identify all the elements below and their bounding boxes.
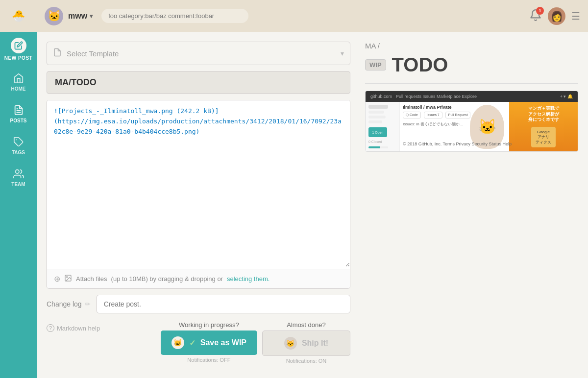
sidebar-item-label-tags: TAGS: [12, 150, 25, 155]
github-main: Ilminatoll / mwa Private ⬡ Code Issues 7…: [400, 102, 578, 151]
manga-overlay: マンガ＋実戦でアクセス解析が身につく本です Googleアナリティクス: [509, 102, 578, 151]
profile-avatar[interactable]: 👩: [548, 7, 565, 25]
breadcrumb: MA /: [365, 42, 578, 50]
topbar-user[interactable]: mww ▾: [68, 12, 93, 21]
preview-title: TODO: [392, 54, 448, 75]
preview-divider: [365, 83, 578, 84]
save-wip-button[interactable]: 🐱 ✓ Save as WIP: [161, 331, 257, 355]
breadcrumb-separator: /: [378, 42, 380, 50]
attach-bar: ⊕ Attach files (up to 10MB) by dragging …: [47, 269, 350, 288]
markdown-help-label: Markdown help: [57, 325, 100, 332]
sidebar-item-label-home: HOME: [11, 86, 26, 92]
pencil-icon: [14, 41, 23, 50]
wip-avatar-icon: 🐱: [172, 336, 184, 349]
topbar-right: 1 👩 ☰: [529, 7, 580, 25]
issues-closed-text: 0 Closed: [368, 140, 396, 143]
user-dropdown-arrow: ▾: [90, 13, 93, 20]
changelog-row: Change log ✏: [47, 295, 350, 313]
sidebar-logo: 🐣: [0, 0, 37, 32]
content-area: Select Template ▾ ![Projects_-_Ilminatol…: [37, 32, 588, 378]
sidebar-item-posts[interactable]: POSTS: [0, 98, 37, 130]
browser-topbar: github.com Pull requests Issues Marketpl…: [366, 91, 578, 102]
markdown-help[interactable]: ? Markdown help: [47, 321, 100, 332]
character-emoji: 🐱: [478, 118, 496, 135]
wip-notifications-label: Notifications: OFF: [187, 357, 230, 363]
hamburger-menu-icon[interactable]: ☰: [571, 10, 580, 22]
sidebar: 🐣 NEW POST HOME POSTS: [0, 0, 37, 378]
attach-hint: (up to 10MB) by dragging & dropping or: [111, 275, 223, 283]
wip-badge: WIP: [365, 59, 386, 71]
ship-section: Almost done? 🐱 Ship It! Notifications: O…: [262, 321, 350, 364]
notification-count: 1: [536, 7, 544, 15]
browser-actions-text: + ▾ 🔔: [560, 94, 573, 99]
manga-book-cover: Googleアナリティクス: [531, 127, 556, 147]
markdown-editor-wrapper: ![Projects_-_Ilminatoll_mwa.png (242.2 k…: [47, 100, 350, 289]
pr-tab: Pull Request: [445, 112, 471, 118]
template-placeholder-label: Select Template: [67, 49, 341, 58]
home-icon: [13, 73, 24, 84]
sidebar-item-team[interactable]: TEAM: [0, 162, 37, 193]
sidebar-item-label-new-post: NEW POST: [4, 55, 32, 61]
changelog-label: Change log ✏: [47, 300, 91, 308]
ship-button[interactable]: 🐱 Ship It!: [262, 331, 350, 356]
username-label: mww: [68, 12, 87, 21]
sidebar-item-new-post[interactable]: NEW POST: [0, 32, 37, 66]
title-input-wrapper: [47, 71, 350, 94]
topbar: 🐱 mww ▾ 1 👩 ☰: [37, 0, 588, 32]
plus-icon: ⊕: [54, 274, 60, 284]
changelog-label-text: Change log: [47, 300, 82, 308]
logo-emoji: 🐣: [12, 10, 25, 23]
attach-link[interactable]: selecting them.: [227, 275, 270, 283]
changelog-edit-icon: ✏: [85, 300, 91, 308]
ship-notifications-label: Notifications: ON: [286, 358, 327, 364]
code-tab: ⬡ Code: [403, 112, 421, 118]
ship-section-label: Almost done?: [287, 321, 326, 329]
title-input[interactable]: [47, 71, 350, 94]
browser-url-text: github.com: [370, 94, 392, 99]
changelog-input[interactable]: [97, 295, 350, 313]
bottom-actions: ? Markdown help Working in progress? 🐱 ✓…: [47, 321, 350, 364]
template-selector[interactable]: Select Template ▾: [47, 42, 350, 65]
browser-body: 1 Open 0 Closed Ilminatoll / mwa Private…: [366, 102, 578, 151]
wip-section-label: Working in progress?: [179, 321, 239, 329]
image-icon: [64, 274, 72, 284]
tags-icon: [13, 137, 24, 147]
browser-nav-text: Pull requests Issues Marketplace Explore: [396, 94, 477, 99]
issues-tab: Issues 7: [424, 112, 442, 118]
user-avatar-emoji: 🐱: [48, 10, 61, 23]
breadcrumb-parent-link[interactable]: MA: [365, 42, 376, 50]
main-area: 🐱 mww ▾ 1 👩 ☰: [37, 0, 588, 378]
manga-text: マンガ＋実戦でアクセス解析が身につく本です: [528, 106, 559, 123]
sidebar-item-tags[interactable]: TAGS: [0, 130, 37, 162]
issues-open-text: 1 Open: [372, 131, 384, 134]
sidebar-item-home[interactable]: HOME: [0, 66, 37, 98]
template-file-icon: [53, 48, 62, 59]
posts-icon: [13, 105, 24, 116]
sidebar-item-label-team: TEAM: [11, 182, 25, 187]
preview-image-container: github.com Pull requests Issues Marketpl…: [365, 91, 578, 152]
new-post-icon-circle: [11, 38, 26, 53]
help-icon: ?: [47, 324, 54, 332]
github-footer-text: © 2018 GitHub, Inc. Terms Privacy Securi…: [403, 142, 512, 146]
markdown-textarea[interactable]: ![Projects_-_Ilminatoll_mwa.png (242.2 k…: [47, 100, 350, 267]
svg-point-3: [15, 169, 19, 173]
notification-bell[interactable]: 1: [529, 9, 542, 24]
search-box: [101, 9, 248, 23]
checkmark-icon: ✓: [189, 338, 196, 348]
github-sidebar: 1 Open 0 Closed: [366, 102, 400, 151]
preview-panel: MA / WIP TODO github.com Pull requests I…: [360, 32, 588, 378]
template-dropdown-arrow: ▾: [341, 49, 344, 57]
team-icon: [13, 168, 24, 179]
editor-panel: Select Template ▾ ![Projects_-_Ilminatol…: [37, 32, 360, 378]
preview-title-row: WIP TODO: [365, 54, 578, 75]
profile-avatar-emoji: 👩: [551, 10, 563, 22]
search-input[interactable]: [101, 9, 248, 23]
ship-avatar-icon: 🐱: [284, 337, 297, 350]
user-avatar: 🐱: [45, 7, 63, 25]
wip-section: Working in progress? 🐱 ✓ Save as WIP Not…: [161, 321, 257, 363]
save-wip-label: Save as WIP: [200, 338, 246, 347]
file-icon: [53, 48, 62, 57]
preview-image-inner: github.com Pull requests Issues Marketpl…: [366, 91, 578, 151]
svg-point-5: [67, 277, 68, 278]
attach-text: Attach files: [76, 275, 107, 283]
